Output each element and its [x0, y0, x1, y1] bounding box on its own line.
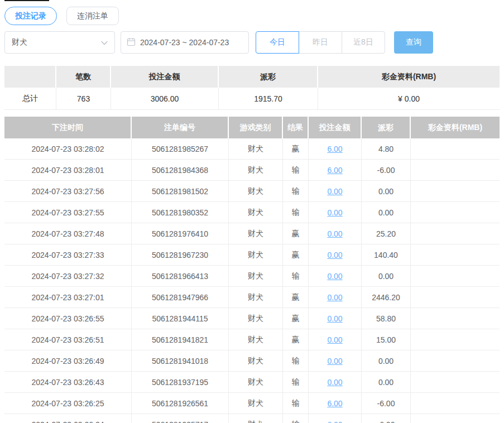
bet-table-body: 2024-07-23 03:28:025061281985267财犬赢6.004… — [4, 138, 500, 423]
bet-records-table: 下注时间 注单编号 游戏类别 结果 投注金额 派彩 彩金资料(RMB) 2024… — [4, 117, 500, 423]
bet-amount-link[interactable]: 0.00 — [327, 208, 342, 217]
order-id-cell: 5061281985267 — [132, 138, 229, 160]
tab-bar: 投注记录 连消注单 — [4, 7, 500, 25]
yesterday-button[interactable]: 昨日 — [299, 31, 342, 54]
game-type-cell: 财犬 — [229, 329, 283, 350]
bet-amount-link[interactable]: 0.00 — [327, 314, 342, 323]
table-row: 2024-07-23 03:26:255061281926561财犬输6.00-… — [4, 393, 500, 414]
bet-amount-cell: 0.00 — [309, 266, 362, 287]
summary-total-label: 总计 — [4, 88, 56, 110]
payout-cell: 25.20 — [362, 223, 411, 244]
today-button[interactable]: 今日 — [256, 31, 299, 54]
bet-amount-link[interactable]: 0.00 — [327, 251, 342, 259]
table-row: 2024-07-23 03:26:515061281941821财犬赢0.001… — [4, 329, 500, 350]
bonus-cell — [411, 329, 500, 350]
order-id-cell: 5061281976410 — [132, 223, 229, 244]
bonus-cell — [411, 308, 500, 329]
game-type-cell: 财犬 — [229, 308, 283, 329]
game-type-cell: 财犬 — [229, 160, 283, 181]
bet-amount-link[interactable]: 0.00 — [327, 187, 342, 196]
bet-amount-link[interactable]: 6.00 — [327, 145, 342, 153]
bet-amount-link[interactable]: 6.00 — [327, 166, 342, 175]
bet-amount-cell: 0.00 — [309, 202, 362, 223]
header-bonus: 彩金资料(RMB) — [411, 117, 500, 138]
result-cell: 输 — [283, 372, 309, 393]
header-result: 结果 — [283, 117, 309, 138]
bet-amount-link[interactable]: 6.00 — [327, 399, 342, 408]
payout-cell: -6.00 — [362, 414, 411, 423]
result-cell: 输 — [283, 393, 309, 414]
payout-cell: 0.00 — [362, 350, 411, 372]
order-id-cell: 5061281926561 — [132, 393, 229, 414]
game-select[interactable]: 财犬 — [4, 31, 115, 54]
bonus-cell — [411, 160, 500, 181]
bet-time-cell: 2024-07-23 03:26:24 — [4, 414, 132, 423]
summary-total-bet-amount: 3006.00 — [111, 88, 219, 110]
date-range-value: 2024-07-23 ~ 2024-07-23 — [140, 38, 229, 47]
quick-date-button-group: 今日 昨日 近8日 — [256, 31, 385, 54]
order-id-cell: 5061281980352 — [132, 202, 229, 223]
order-id-cell: 5061281967230 — [132, 244, 229, 266]
result-cell: 输 — [283, 266, 309, 287]
order-id-cell: 5061281966413 — [132, 266, 229, 287]
game-type-cell: 财犬 — [229, 350, 283, 372]
table-row: 2024-07-23 03:28:015061281984368财犬输6.00-… — [4, 160, 500, 181]
bet-time-cell: 2024-07-23 03:27:01 — [4, 287, 132, 308]
result-cell: 输 — [283, 414, 309, 423]
header-bet-amount: 投注金额 — [309, 117, 362, 138]
bonus-cell — [411, 287, 500, 308]
query-button[interactable]: 查询 — [394, 31, 433, 54]
payout-cell: 4.80 — [362, 138, 411, 160]
payout-cell: 2446.20 — [362, 287, 411, 308]
bet-amount-link[interactable]: 0.00 — [327, 229, 342, 238]
order-id-cell: 5061281937195 — [132, 372, 229, 393]
bet-amount-link[interactable]: 0.00 — [327, 335, 342, 344]
bet-time-cell: 2024-07-23 03:26:43 — [4, 372, 132, 393]
last-8-days-button[interactable]: 近8日 — [342, 31, 385, 54]
date-range-input[interactable]: 2024-07-23 ~ 2024-07-23 — [121, 31, 249, 54]
bonus-cell — [411, 372, 500, 393]
game-type-cell: 财犬 — [229, 287, 283, 308]
order-id-cell: 5061281981502 — [132, 181, 229, 202]
bonus-cell — [411, 244, 500, 266]
table-row: 2024-07-23 03:27:565061281981502财犬输0.000… — [4, 181, 500, 202]
summary-header-count: 笔数 — [56, 66, 111, 88]
order-id-cell: 5061281925717 — [132, 414, 229, 423]
payout-cell: 0.00 — [362, 372, 411, 393]
bet-amount-link[interactable]: 6.00 — [327, 420, 342, 423]
bet-amount-cell: 0.00 — [309, 372, 362, 393]
game-type-cell: 财犬 — [229, 181, 283, 202]
bet-amount-cell: 0.00 — [309, 181, 362, 202]
bonus-cell — [411, 202, 500, 223]
bet-time-cell: 2024-07-23 03:28:02 — [4, 138, 132, 160]
table-row: 2024-07-23 03:26:495061281941018财犬输0.000… — [4, 350, 500, 372]
result-cell: 赢 — [283, 329, 309, 350]
bet-amount-link[interactable]: 0.00 — [327, 272, 342, 281]
result-cell: 输 — [283, 160, 309, 181]
bonus-cell — [411, 414, 500, 423]
bet-amount-link[interactable]: 0.00 — [327, 357, 342, 366]
bet-time-cell: 2024-07-23 03:26:49 — [4, 350, 132, 372]
bet-amount-link[interactable]: 0.00 — [327, 378, 342, 387]
bet-table-header-row: 下注时间 注单编号 游戏类别 结果 投注金额 派彩 彩金资料(RMB) — [4, 117, 500, 138]
bet-amount-link[interactable]: 0.00 — [327, 293, 342, 302]
tab-cancelled-orders[interactable]: 连消注单 — [66, 7, 119, 25]
calendar-icon — [127, 37, 136, 48]
summary-header-empty — [4, 66, 56, 88]
result-cell: 赢 — [283, 223, 309, 244]
bonus-cell — [411, 350, 500, 372]
table-row: 2024-07-23 03:27:325061281966413财犬输0.000… — [4, 266, 500, 287]
bet-time-cell: 2024-07-23 03:26:51 — [4, 329, 132, 350]
bonus-cell — [411, 223, 500, 244]
game-select-value: 财犬 — [12, 37, 27, 47]
result-cell: 赢 — [283, 244, 309, 266]
bet-time-cell: 2024-07-23 03:28:01 — [4, 160, 132, 181]
payout-cell: 15.00 — [362, 329, 411, 350]
table-row: 2024-07-23 03:28:025061281985267财犬赢6.004… — [4, 138, 500, 160]
summary-table: 笔数 投注金额 派彩 彩金资料(RMB) 总计 763 3006.00 1915… — [4, 66, 500, 110]
tab-bet-records[interactable]: 投注记录 — [4, 7, 57, 25]
header-order-id: 注单编号 — [132, 117, 229, 138]
bet-amount-cell: 6.00 — [309, 414, 362, 423]
bet-time-cell: 2024-07-23 03:27:32 — [4, 266, 132, 287]
top-bar-artifact — [4, 0, 49, 1]
